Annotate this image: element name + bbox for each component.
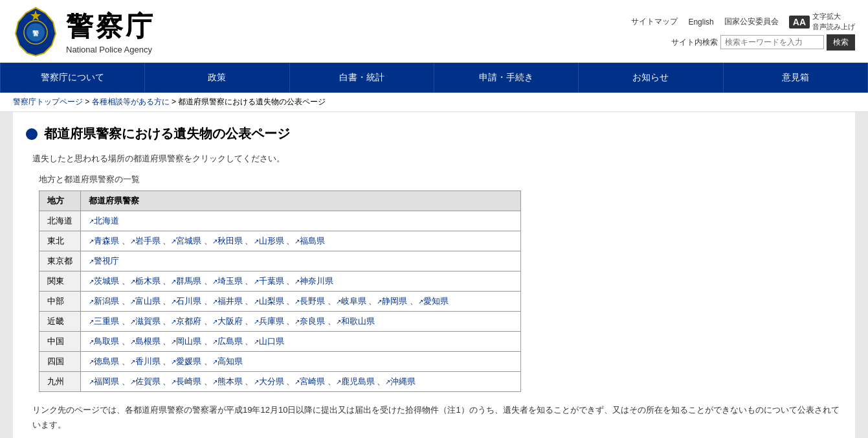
breadcrumb-parent[interactable]: 各種相談等がある方に: [92, 97, 170, 106]
pref-link[interactable]: 滋賀県: [135, 316, 161, 326]
pref-link[interactable]: 鳥取県: [94, 336, 119, 346]
pref-link[interactable]: 長崎県: [176, 376, 201, 386]
prefs-cell: ↗福岡県 、↗佐賀県 、↗長崎県 、↗熊本県 、↗大分県 、↗宮崎県 、↗鹿児島…: [81, 372, 521, 392]
external-link-icon: ↗: [89, 278, 94, 285]
external-link-icon: ↗: [130, 338, 135, 345]
pref-link[interactable]: 鹿児島県: [341, 376, 375, 386]
external-link-icon: ↗: [130, 278, 135, 285]
pref-link[interactable]: 警視庁: [94, 256, 119, 266]
pref-link[interactable]: 茨城県: [94, 276, 119, 286]
pref-link[interactable]: 沖縄県: [390, 376, 416, 386]
region-cell: 北海道: [39, 211, 81, 231]
pref-link[interactable]: 熊本県: [217, 376, 243, 386]
pref-link[interactable]: 奈良県: [300, 316, 325, 326]
pref-link[interactable]: 山梨県: [259, 296, 284, 306]
pref-link[interactable]: 千葉県: [259, 276, 284, 286]
npa-committee-link[interactable]: 国家公安委員会: [724, 16, 779, 27]
pref-link[interactable]: 兵庫県: [259, 316, 284, 326]
pref-link[interactable]: 福島県: [300, 236, 325, 246]
breadcrumb: 警察庁トップページ > 各種相談等がある方に > 都道府県警察における遺失物の公…: [0, 93, 868, 112]
nav-item-about[interactable]: 警察庁について: [0, 63, 145, 93]
table-title: 地方と都道府県警察の一覧: [26, 174, 842, 185]
pref-link[interactable]: 福井県: [217, 296, 243, 306]
sitemap-link[interactable]: サイトマップ: [631, 16, 678, 27]
separator: 、: [161, 236, 172, 246]
pref-link[interactable]: 富山県: [135, 296, 161, 306]
separator: 、: [119, 356, 130, 366]
prefs-cell: ↗三重県 、↗滋賀県 、↗京都府 、↗大阪府 、↗兵庫県 、↗奈良県 、↗和歌山…: [81, 312, 521, 332]
prefs-cell: ↗警視庁: [81, 251, 521, 271]
separator: 、: [284, 236, 295, 246]
nav-item-stats[interactable]: 白書・統計: [290, 63, 434, 93]
logo-text: 警察庁 National Police Agency: [66, 8, 155, 54]
nav-item-opinion[interactable]: 意見箱: [724, 63, 868, 93]
external-link-icon: ↗: [254, 338, 259, 345]
pref-link[interactable]: 広島県: [217, 336, 243, 346]
search-input[interactable]: [720, 35, 824, 49]
external-link-icon: ↗: [254, 378, 259, 386]
pref-link[interactable]: 宮崎県: [300, 376, 325, 386]
pref-link[interactable]: 岡山県: [176, 336, 201, 346]
pref-link[interactable]: 石川県: [176, 296, 201, 306]
pref-link[interactable]: 愛媛県: [176, 356, 201, 366]
pref-link[interactable]: 島根県: [135, 336, 161, 346]
table-row: 東北↗青森県 、↗岩手県 、↗宮城県 、↗秋田県 、↗山形県 、↗福島県: [39, 231, 521, 251]
pref-link[interactable]: 群馬県: [176, 276, 201, 286]
pref-link[interactable]: 秋田県: [217, 236, 243, 246]
english-link[interactable]: English: [688, 17, 713, 27]
prefs-cell: ↗鳥取県 、↗島根県 、↗岡山県 、↗広島県 、↗山口県: [81, 332, 521, 352]
separator: 、: [201, 276, 212, 286]
separator: 、: [375, 376, 386, 386]
main-content: 都道府県警察における遺失物の公表ページ 遺失したと思われる場所の都道府県警察をク…: [13, 112, 855, 438]
pref-link[interactable]: 愛知県: [423, 296, 449, 306]
nav-item-policy[interactable]: 政策: [145, 63, 289, 93]
pref-link[interactable]: 長野県: [300, 296, 325, 306]
pref-link[interactable]: 和歌山県: [341, 316, 375, 326]
separator: 、: [161, 276, 172, 286]
pref-link[interactable]: 新潟県: [94, 296, 119, 306]
external-link-icon: ↗: [254, 298, 259, 305]
pref-link[interactable]: 佐賀県: [135, 376, 161, 386]
pref-link[interactable]: 静岡県: [382, 296, 407, 306]
external-link-icon: ↗: [254, 238, 259, 245]
pref-link[interactable]: 京都府: [176, 316, 201, 326]
pref-link[interactable]: 埼玉県: [217, 276, 243, 286]
pref-link[interactable]: 大阪府: [217, 316, 243, 326]
pref-link[interactable]: 山形県: [259, 236, 284, 246]
pref-link[interactable]: 徳島県: [94, 356, 119, 366]
external-link-icon: ↗: [295, 278, 300, 285]
pref-link[interactable]: 岐阜県: [341, 296, 366, 306]
pref-link[interactable]: 福岡県: [94, 376, 119, 386]
pref-link[interactable]: 宮城県: [176, 236, 201, 246]
nav-item-apply[interactable]: 申請・手続き: [434, 63, 579, 93]
pref-link[interactable]: 三重県: [94, 316, 119, 326]
separator: 、: [201, 356, 212, 366]
pref-link[interactable]: 神奈川県: [300, 276, 333, 286]
separator: 、: [243, 376, 254, 386]
pref-link[interactable]: 岩手県: [135, 236, 161, 246]
separator: 、: [284, 296, 295, 306]
pref-link[interactable]: 大分県: [259, 376, 284, 386]
pref-link[interactable]: 栃木県: [135, 276, 161, 286]
pref-link[interactable]: 高知県: [217, 356, 243, 366]
separator: 、: [119, 276, 130, 286]
external-link-icon: ↗: [130, 298, 135, 305]
font-label: 文字拡大 音声読み上げ: [812, 12, 855, 32]
font-icon[interactable]: AA: [789, 16, 810, 29]
external-link-icon: ↗: [89, 318, 94, 325]
pref-link[interactable]: 北海道: [94, 216, 119, 225]
pref-link[interactable]: 香川県: [135, 356, 161, 366]
external-link-icon: ↗: [89, 338, 94, 345]
logo-title: 警察庁: [66, 8, 155, 45]
breadcrumb-home[interactable]: 警察庁トップページ: [13, 97, 83, 106]
nav-item-news[interactable]: お知らせ: [579, 63, 723, 93]
search-button[interactable]: 検索: [827, 34, 855, 51]
separator: 、: [284, 376, 295, 386]
external-link-icon: ↗: [130, 318, 135, 325]
svg-text:警: 警: [32, 30, 39, 37]
external-link-icon: ↗: [89, 218, 94, 225]
region-cell: 中部: [39, 292, 81, 312]
breadcrumb-current: 都道府県警察における遺失物の公表ページ: [178, 97, 326, 106]
pref-link[interactable]: 青森県: [94, 236, 119, 246]
pref-link[interactable]: 山口県: [259, 336, 284, 346]
